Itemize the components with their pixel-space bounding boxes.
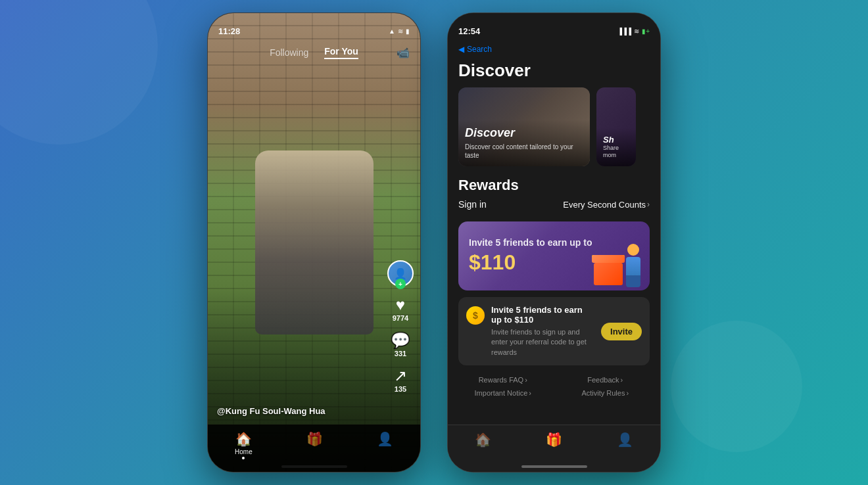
back-chevron-icon: ◀ (458, 45, 464, 54)
invite-banner[interactable]: Invite 5 friends to earn up to $110 (458, 221, 650, 290)
like-count: 9774 (393, 314, 408, 322)
right-nav-gifts[interactable]: 🎁 (546, 432, 562, 448)
right-time: 12:54 (458, 26, 480, 36)
heart-icon: ♥ (396, 297, 405, 313)
person-body (626, 257, 640, 275)
like-button[interactable]: ♥ 9774 (393, 297, 408, 322)
activity-rules-chevron: › (626, 389, 629, 397)
right-battery-icon: ▮+ (642, 28, 650, 35)
invite-banner-line1: Invite 5 friends to earn up to (469, 237, 592, 248)
back-search-button[interactable]: ◀ Search (458, 45, 650, 54)
coin-icon: $ (466, 306, 485, 325)
rewards-faq-label: Rewards FAQ (479, 376, 523, 384)
invite-text-block: Invite 5 friends to earn up to $110 Invi… (491, 305, 594, 358)
video-username: @Kung Fu Soul-Wang Hua (217, 406, 326, 416)
left-status-icons: ▲ ≋ ▮ (389, 28, 410, 35)
feedback-chevron: › (621, 376, 623, 384)
discover-cards: Discover Discover cool content tailored … (448, 87, 660, 166)
important-notice-chevron: › (529, 389, 531, 397)
gift-body (594, 263, 623, 285)
comment-button[interactable]: 💬 331 (391, 333, 410, 358)
video-figure (255, 150, 374, 335)
right-wifi-icon: ≋ (634, 28, 639, 35)
right-nav-profile[interactable]: 👤 (617, 432, 633, 448)
camera-icon[interactable]: 📹 (397, 47, 410, 59)
nav-for-you[interactable]: For You (324, 46, 358, 59)
left-bottom-nav: 🏠 Home 🎁 👤 (208, 425, 420, 472)
phones-container: 11:28 ▲ ≋ ▮ Following For You 📹 👤 + ♥ 97… (207, 12, 661, 473)
sign-in-row: Sign in Every Second Counts › (458, 199, 650, 210)
chevron-right-icon: › (647, 200, 650, 209)
rewards-section: Rewards Sign in Every Second Counts › (448, 166, 660, 215)
right-content: 12:54 ▐▐▐ ≋ ▮+ ◀ Search Discover (448, 13, 660, 472)
nav-item-home[interactable]: 🏠 Home (235, 431, 253, 459)
rewards-icon: 🎁 (306, 431, 323, 447)
rewards-title: Rewards (458, 177, 650, 194)
card-title-1: Discover (465, 126, 583, 140)
nav-item-rewards[interactable]: 🎁 (306, 431, 323, 447)
invite-button[interactable]: Invite (601, 323, 642, 340)
share-icon: ↗ (394, 368, 407, 384)
rewards-faq-chevron: › (525, 376, 527, 384)
right-phone: 12:54 ▐▐▐ ≋ ▮+ ◀ Search Discover (447, 12, 661, 473)
left-time: 11:28 (218, 26, 240, 36)
rewards-faq-link[interactable]: Rewards FAQ › (458, 376, 548, 384)
gift-lid (592, 255, 625, 263)
back-label: Search (467, 45, 492, 54)
nav-following[interactable]: Following (270, 47, 308, 58)
feedback-link[interactable]: Feedback › (561, 376, 650, 384)
card-title-2: Sh (603, 135, 629, 145)
activity-rules-label: Activity Rules (581, 389, 625, 397)
right-signal-icon: ▐▐▐ (617, 28, 631, 35)
person-legs (626, 275, 640, 287)
comment-icon: 💬 (391, 333, 410, 348)
invite-banner-text: Invite 5 friends to earn up to $110 (469, 237, 592, 275)
home-label: Home (235, 448, 253, 455)
right-home-icon: 🏠 (475, 432, 491, 448)
home-icon: 🏠 (235, 431, 252, 447)
activity-rules-link[interactable]: Activity Rules › (561, 389, 650, 397)
right-gift-icon: 🎁 (546, 432, 562, 448)
left-nav: Following For You 📹 (208, 42, 420, 63)
right-nav-home[interactable]: 🏠 (475, 432, 491, 448)
right-status-icons: ▐▐▐ ≋ ▮+ (617, 28, 650, 35)
person-head (627, 244, 639, 256)
left-phone: 11:28 ▲ ≋ ▮ Following For You 📹 👤 + ♥ 97… (207, 12, 421, 473)
discover-card-2[interactable]: Sh Share mom (596, 87, 636, 166)
links-section: Rewards FAQ › Feedback › Important Notic… (448, 369, 660, 404)
battery-icon: ▮ (406, 28, 410, 35)
right-status-bar: 12:54 ▐▐▐ ≋ ▮+ (448, 13, 660, 42)
right-home-indicator (521, 465, 587, 468)
invite-card-title: Invite 5 friends to earn up to $110 (491, 305, 594, 325)
left-status-bar: 11:28 ▲ ≋ ▮ (208, 13, 420, 42)
sign-in-text[interactable]: Sign in (458, 199, 487, 210)
card-desc-2: Share mom (603, 145, 629, 160)
discover-card-1[interactable]: Discover Discover cool content tailored … (458, 87, 590, 166)
share-count: 135 (395, 385, 406, 393)
creator-avatar-container[interactable]: 👤 + (387, 260, 414, 287)
card-overlay-1: Discover Discover cool content tailored … (458, 120, 590, 166)
card-desc-1: Discover cool content tailored to your t… (465, 143, 583, 160)
invite-card: $ Invite 5 friends to earn up to $110 In… (458, 297, 650, 365)
important-notice-link[interactable]: Important Notice › (458, 389, 548, 397)
follow-plus-badge: + (395, 279, 406, 289)
every-second-counts-link[interactable]: Every Second Counts › (563, 200, 650, 210)
discover-title: Discover (458, 60, 531, 80)
invite-card-subtitle: Invite friends to sign up and enter your… (491, 327, 594, 358)
feedback-label: Feedback (587, 376, 619, 384)
invite-banner-amount: $110 (469, 250, 592, 275)
wifi-icon: ≋ (398, 28, 403, 35)
share-button[interactable]: ↗ 135 (394, 368, 407, 393)
right-actions: 👤 + ♥ 9774 💬 331 ↗ 135 (387, 260, 414, 393)
every-second-label: Every Second Counts (563, 200, 646, 210)
comment-count: 331 (395, 350, 406, 358)
signal-icon: ▲ (389, 28, 395, 35)
profile-icon: 👤 (377, 431, 393, 447)
person-figure (621, 244, 644, 287)
nav-item-profile[interactable]: 👤 (377, 431, 393, 447)
right-profile-icon: 👤 (617, 432, 633, 448)
card-overlay-2: Sh Share mom (596, 128, 636, 166)
back-nav[interactable]: ◀ Search (448, 42, 660, 58)
important-notice-label: Important Notice (475, 389, 528, 397)
discover-header: Discover (448, 58, 660, 87)
